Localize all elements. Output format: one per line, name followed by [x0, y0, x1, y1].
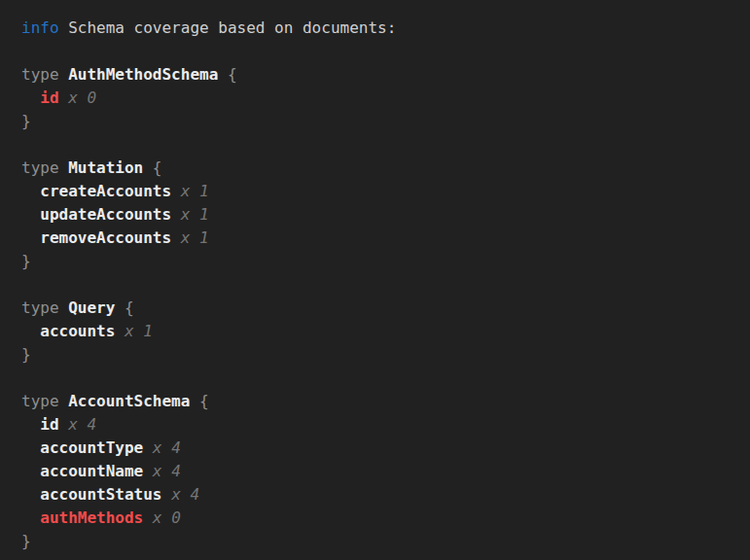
blank-line: [21, 273, 740, 297]
terminal-window: infoSchema coverage based on documents: …: [0, 0, 750, 560]
field-line: accountStatusx 4: [21, 483, 740, 507]
blank-line: [21, 367, 740, 390]
field-line: idx 0: [21, 87, 740, 110]
field-name: accountType: [40, 438, 143, 457]
type-name: AuthMethodSchema: [68, 65, 218, 84]
close-brace: }: [21, 532, 31, 550]
field-name: createAccounts: [40, 182, 171, 200]
field-name: id: [40, 415, 58, 434]
field-name: accounts: [40, 322, 115, 340]
close-brace: }: [21, 112, 31, 130]
type-footer: }: [21, 530, 740, 553]
field-count: x 4: [153, 438, 181, 457]
info-message: Schema coverage based on documents:: [68, 18, 396, 37]
close-brace: }: [21, 252, 31, 270]
field-count: x 4: [153, 462, 181, 480]
field-line: idx 4: [21, 413, 740, 437]
field-line: accountTypex 4: [21, 437, 740, 460]
blank-line: [21, 133, 740, 157]
field-name: accountStatus: [40, 485, 161, 504]
log-line-info: infoSchema coverage based on documents:: [21, 17, 740, 40]
type-keyword: type: [21, 392, 59, 410]
field-line: removeAccountsx 1: [21, 227, 740, 250]
field-count: x 1: [125, 322, 153, 340]
field-count: x 1: [181, 182, 209, 200]
type-name: AccountSchema: [68, 392, 190, 410]
type-header: typeAuthMethodSchema{: [21, 63, 740, 87]
field-line: authMethodsx 0: [21, 507, 740, 530]
field-line: updateAccountsx 1: [21, 203, 740, 227]
open-brace: {: [125, 298, 134, 317]
field-line: createAccountsx 1: [21, 180, 740, 203]
field-line: accountsx 1: [21, 320, 740, 343]
field-name: authMethods: [40, 508, 143, 527]
close-brace: }: [21, 345, 31, 364]
field-name: id: [40, 88, 58, 107]
field-count: x 0: [68, 88, 96, 107]
type-keyword: type: [21, 298, 59, 317]
info-badge: info: [21, 18, 59, 37]
field-count: x 4: [68, 415, 96, 434]
type-footer: }: [21, 250, 740, 273]
open-brace: {: [228, 65, 237, 84]
open-brace: {: [199, 392, 209, 410]
type-header: typeQuery{: [21, 297, 740, 320]
type-footer: }: [21, 110, 740, 133]
terminal-output: infoSchema coverage based on documents: …: [0, 0, 750, 553]
type-name: Mutation: [68, 158, 143, 177]
type-keyword: type: [21, 65, 59, 84]
field-count: x 1: [181, 205, 209, 224]
field-name: accountName: [40, 462, 143, 480]
type-header: typeMutation{: [21, 157, 740, 180]
type-keyword: type: [21, 158, 59, 177]
field-count: x 1: [181, 228, 209, 247]
field-count: x 0: [153, 508, 181, 527]
field-line: accountNamex 4: [21, 460, 740, 483]
field-name: updateAccounts: [40, 205, 171, 224]
field-name: removeAccounts: [40, 228, 171, 247]
type-footer: }: [21, 343, 740, 367]
blank-line: [21, 40, 740, 63]
type-name: Query: [68, 298, 115, 317]
field-count: x 4: [171, 485, 199, 504]
type-header: typeAccountSchema{: [21, 390, 740, 413]
open-brace: {: [153, 158, 162, 177]
